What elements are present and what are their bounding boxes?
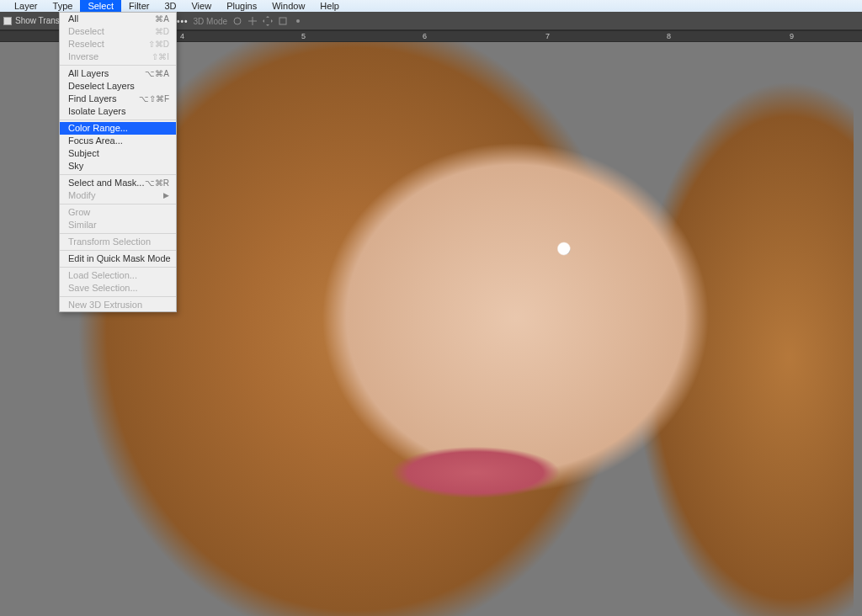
menu-type[interactable]: Type xyxy=(45,0,81,12)
menu-item-label: New 3D Extrusion xyxy=(68,299,142,311)
menu-item-transform-selection: Transform Selection xyxy=(60,236,176,248)
menu-item-shortcut: ⌥⇧⌘F xyxy=(139,93,169,105)
menu-item-color-range[interactable]: Color Range... xyxy=(60,122,176,135)
menu-item-label: Sky xyxy=(68,160,83,173)
menu-item-shortcut: ⇧⌘I xyxy=(152,50,169,63)
menu-item-shortcut: ⌘A xyxy=(155,13,169,25)
submenu-arrow-icon: ▶ xyxy=(163,189,169,202)
menu-item-select-and-mask[interactable]: Select and Mask...⌥⌘R xyxy=(60,177,176,189)
menu-item-grow: Grow xyxy=(60,206,176,219)
menu-separator xyxy=(60,233,176,234)
menu-item-inverse: Inverse⇧⌘I xyxy=(60,50,176,63)
menubar: Layer Type Select Filter 3D View Plugins… xyxy=(0,0,862,12)
menu-item-modify: Modify▶ xyxy=(60,189,176,202)
menu-3d[interactable]: 3D xyxy=(157,0,184,12)
menu-item-isolate-layers[interactable]: Isolate Layers xyxy=(60,105,176,118)
menu-item-sky[interactable]: Sky xyxy=(60,160,176,173)
menu-item-label: Inverse xyxy=(68,50,98,63)
menu-item-edit-in-quick-mask-mode[interactable]: Edit in Quick Mask Mode xyxy=(60,252,176,265)
menu-item-label: Subject xyxy=(68,147,99,160)
menu-item-label: Deselect Layers xyxy=(68,80,135,93)
ruler-tick: 7 xyxy=(545,32,550,40)
menu-plugins[interactable]: Plugins xyxy=(219,0,264,12)
ruler-tick: 4 xyxy=(180,32,184,40)
menu-item-new-3d-extrusion: New 3D Extrusion xyxy=(60,299,176,311)
menu-separator xyxy=(60,250,176,251)
light-icon[interactable] xyxy=(293,16,303,26)
menu-item-find-layers[interactable]: Find Layers⌥⇧⌘F xyxy=(60,93,176,105)
show-transform-checkbox[interactable] xyxy=(3,17,12,25)
menu-item-label: Isolate Layers xyxy=(68,105,125,118)
menu-item-all[interactable]: All⌘A xyxy=(60,13,176,25)
menu-separator xyxy=(60,65,176,66)
menu-item-label: Edit in Quick Mask Mode xyxy=(68,252,171,265)
menu-select[interactable]: Select xyxy=(80,0,121,12)
menu-item-label: Load Selection... xyxy=(68,269,137,282)
menu-item-label: Focus Area... xyxy=(68,135,123,147)
menu-item-shortcut: ⇧⌘D xyxy=(148,38,169,50)
more-options-icon[interactable]: ••• xyxy=(177,17,189,26)
menu-item-shortcut: ⌘D xyxy=(155,25,169,38)
ruler-tick: 8 xyxy=(667,32,671,40)
menu-separator xyxy=(60,174,176,175)
menu-item-load-selection: Load Selection... xyxy=(60,269,176,282)
menu-item-label: Deselect xyxy=(68,25,104,38)
menu-item-label: Save Selection... xyxy=(68,282,138,295)
menu-separator xyxy=(60,267,176,268)
menu-separator xyxy=(60,296,176,297)
svg-point-2 xyxy=(296,19,300,23)
menu-item-label: Grow xyxy=(68,206,90,219)
menu-item-label: Select and Mask... xyxy=(68,177,145,189)
menu-item-label: Reselect xyxy=(68,38,104,50)
menu-item-label: Find Layers xyxy=(68,93,116,105)
menu-item-label: All xyxy=(68,13,78,25)
menu-item-label: Color Range... xyxy=(68,122,128,135)
menu-help[interactable]: Help xyxy=(312,0,347,12)
menu-view[interactable]: View xyxy=(184,0,219,12)
menu-separator xyxy=(60,119,176,120)
menu-item-focus-area[interactable]: Focus Area... xyxy=(60,135,176,147)
select-menu-dropdown: All⌘ADeselect⌘DReselect⇧⌘DInverse⇧⌘IAll … xyxy=(59,12,177,312)
move-icon[interactable] xyxy=(263,16,273,26)
menu-item-label: Similar xyxy=(68,219,97,231)
menu-item-label: Transform Selection xyxy=(68,236,151,248)
menu-item-shortcut: ⌥⌘R xyxy=(145,177,169,189)
menu-layer[interactable]: Layer xyxy=(7,0,45,12)
mode-3d-label: 3D Mode xyxy=(194,17,228,26)
pan-icon[interactable] xyxy=(247,16,258,26)
options-right-group: ••• 3D Mode xyxy=(177,13,303,29)
menu-item-shortcut: ⌥⌘A xyxy=(145,67,169,80)
menu-item-deselect-layers[interactable]: Deselect Layers xyxy=(60,80,176,93)
menu-window[interactable]: Window xyxy=(264,0,312,12)
svg-point-0 xyxy=(234,18,241,24)
orbit-icon[interactable] xyxy=(232,16,242,26)
svg-rect-1 xyxy=(279,18,286,24)
menu-item-subject[interactable]: Subject xyxy=(60,147,176,160)
menu-item-label: Modify xyxy=(68,189,95,202)
menu-separator xyxy=(60,204,176,204)
ruler-tick: 6 xyxy=(423,32,427,40)
menu-item-similar: Similar xyxy=(60,219,176,231)
menu-item-save-selection: Save Selection... xyxy=(60,282,176,295)
menu-item-reselect: Reselect⇧⌘D xyxy=(60,38,176,50)
scale-icon[interactable] xyxy=(278,16,288,26)
menu-item-deselect: Deselect⌘D xyxy=(60,25,176,38)
ruler-tick: 5 xyxy=(301,32,306,40)
ruler-tick: 9 xyxy=(790,32,794,40)
menu-item-all-layers[interactable]: All Layers⌥⌘A xyxy=(60,67,176,80)
menu-filter[interactable]: Filter xyxy=(121,0,157,12)
menu-item-label: All Layers xyxy=(68,67,109,80)
